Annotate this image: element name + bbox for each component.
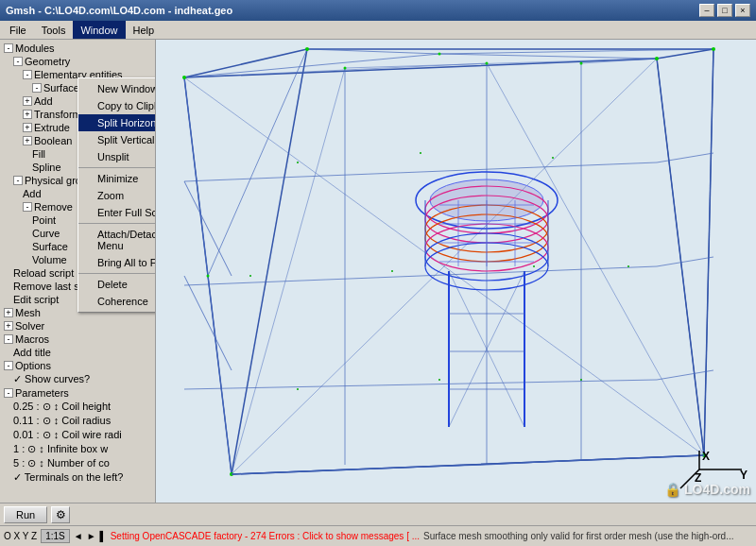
menu-tools[interactable]: Tools xyxy=(34,21,74,39)
dd-fullscreen[interactable]: Enter Full Screen Ctrl+F xyxy=(78,204,156,221)
nav-bar: ▌ xyxy=(100,531,107,541)
sidebar-item-terminals[interactable]: ✓ Terminals on the left? xyxy=(0,470,155,485)
menu-help[interactable]: Help xyxy=(126,21,163,39)
svg-point-39 xyxy=(305,47,309,51)
dd-bring-front-label: Bring All to Front xyxy=(97,257,156,268)
gear-button[interactable]: ⚙ xyxy=(51,506,70,523)
svg-point-48 xyxy=(552,157,554,159)
svg-point-51 xyxy=(533,265,535,267)
coil-height-label: 0.25 : ⊙ ↕ Coil height xyxy=(13,401,111,413)
expand-icon-add1: + xyxy=(23,96,32,106)
sidebar-item-num-coils[interactable]: 5 : ⊙ ↕ Number of co xyxy=(0,456,155,470)
status-message2: Surface mesh smoothing only valid for fi… xyxy=(423,531,733,541)
svg-point-55 xyxy=(580,379,582,381)
mesh-svg: X Y Z xyxy=(156,40,756,503)
sidebar-item-coil-height[interactable]: 0.25 : ⊙ ↕ Coil height xyxy=(0,400,155,414)
sidebar-item-geometry[interactable]: - Geometry xyxy=(0,55,155,68)
expand-icon-remove: - xyxy=(23,202,32,212)
expand-icon-transform: + xyxy=(23,110,32,119)
svg-point-52 xyxy=(627,265,629,267)
dd-unsplit[interactable]: Unsplit xyxy=(78,148,156,165)
dd-split-vertical[interactable]: Split Vertically xyxy=(78,131,156,148)
maximize-button[interactable]: □ xyxy=(717,4,732,17)
svg-point-35 xyxy=(182,76,186,79)
sidebar-item-coil-wire[interactable]: 0.01 : ⊙ ↕ Coil wire radi xyxy=(0,428,155,442)
dd-copy-clipboard[interactable]: Copy to Clipboard Ctrl+C xyxy=(78,97,156,114)
status-message: Setting OpenCASCADE factory - 274 Errors… xyxy=(111,531,420,541)
expand-icon-modules: - xyxy=(4,43,13,53)
spline-label: Spline xyxy=(32,162,61,173)
expand-icon-extrude: + xyxy=(23,123,32,132)
expand-icon-options: - xyxy=(4,361,13,370)
svg-point-36 xyxy=(655,57,659,60)
add1-label: Add xyxy=(34,95,53,107)
sidebar-item-coil-radius[interactable]: 0.11 : ⊙ ↕ Coil radius xyxy=(0,414,155,428)
boolean-label: Boolean xyxy=(34,135,72,146)
sidebar-item-solver[interactable]: + Solver xyxy=(0,319,155,333)
expand-icon-params: - xyxy=(4,388,13,398)
sidebar-item-show-curves[interactable]: ✓ Show curves? xyxy=(0,372,155,386)
edit-script-label: Edit script xyxy=(13,294,59,305)
expand-icon-solver: + xyxy=(4,321,13,331)
dd-minimize[interactable]: Minimize Ctrl+M xyxy=(78,170,156,187)
dd-new-window-label: New Window xyxy=(97,83,156,94)
solver-label: Solver xyxy=(15,320,44,332)
dd-new-window[interactable]: New Window xyxy=(78,80,156,97)
dd-bring-front[interactable]: Bring All to Front xyxy=(78,254,156,271)
nav-left[interactable]: ◄ xyxy=(74,531,83,541)
nav-right[interactable]: ► xyxy=(87,531,96,541)
sidebar-item-parameters[interactable]: - Parameters xyxy=(0,386,155,400)
sidebar-item-macros[interactable]: - Macros xyxy=(0,333,155,346)
dd-copy-label: Copy to Clipboard xyxy=(97,100,156,111)
geometry-label: Geometry xyxy=(25,56,70,67)
dd-attach-label: Attach/Detach Menu xyxy=(97,229,156,251)
coil-radius-label: 0.11 : ⊙ ↕ Coil radius xyxy=(13,415,111,427)
dd-attach-detach[interactable]: Attach/Detach Menu Ctrl+D xyxy=(78,226,156,254)
dd-fullscreen-label: Enter Full Screen xyxy=(97,207,156,218)
close-button[interactable]: × xyxy=(735,4,750,17)
options-label: Options xyxy=(15,360,51,371)
volume-label: Volume xyxy=(32,254,67,265)
title-bar: Gmsh - C:\LO4D.com\LO4D.com - indheat.ge… xyxy=(0,0,756,21)
dd-zoom[interactable]: Zoom xyxy=(78,187,156,204)
svg-point-42 xyxy=(486,62,489,65)
sidebar-item-add-title[interactable]: Add title xyxy=(0,346,155,359)
dd-coherence[interactable]: Coherence xyxy=(78,293,156,310)
viewport[interactable]: X Y Z 🔒 LO4D.com xyxy=(156,40,756,503)
expand-icon-physical: - xyxy=(13,176,23,185)
dd-separator-3 xyxy=(78,273,156,274)
svg-point-41 xyxy=(344,67,347,70)
sidebar-item-options[interactable]: - Options xyxy=(0,359,155,372)
svg-point-40 xyxy=(712,47,715,51)
minimize-button[interactable]: – xyxy=(699,4,714,17)
expand-icon-boolean: + xyxy=(23,136,32,145)
svg-point-50 xyxy=(391,270,393,272)
svg-rect-0 xyxy=(156,40,756,503)
sidebar-item-modules[interactable]: - Modules xyxy=(0,42,155,55)
dd-split-horizontal[interactable]: Split Horizontally xyxy=(78,114,156,131)
expand-icon-surfaces: - xyxy=(32,83,42,93)
main-container: - Modules - Geometry - Elementary entiti… xyxy=(0,40,756,503)
reload-label: Reload script xyxy=(13,267,74,279)
dd-separator-1 xyxy=(78,167,156,168)
add2-label: Add xyxy=(23,188,42,199)
sidebar-item-infinite-box[interactable]: 1 : ⊙ ↕ Infinite box w xyxy=(0,442,155,456)
expand-icon-macros: - xyxy=(4,334,13,344)
terminals-label: ✓ Terminals on the left? xyxy=(13,471,123,484)
num-coils-label: 5 : ⊙ ↕ Number of co xyxy=(13,457,110,469)
surface-label: Surface xyxy=(32,241,68,252)
dd-separator-2 xyxy=(78,223,156,224)
run-button[interactable]: Run xyxy=(4,506,47,523)
dd-unsplit-label: Unsplit xyxy=(97,151,129,162)
status-bar: O X Y Z 1:1S ◄ ► ▌ Setting OpenCASCADE f… xyxy=(0,525,756,546)
dd-split-h-label: Split Horizontally xyxy=(97,117,156,128)
menu-window[interactable]: Window xyxy=(73,21,125,39)
macros-label: Macros xyxy=(15,333,49,345)
menu-file[interactable]: File xyxy=(2,21,34,39)
mesh-label: Mesh xyxy=(15,307,41,318)
status-coords: O X Y Z xyxy=(4,531,37,541)
dd-delete[interactable]: Delete xyxy=(78,276,156,293)
svg-point-45 xyxy=(438,53,441,56)
axis-y-label: Y xyxy=(740,469,747,482)
svg-point-54 xyxy=(438,379,440,381)
